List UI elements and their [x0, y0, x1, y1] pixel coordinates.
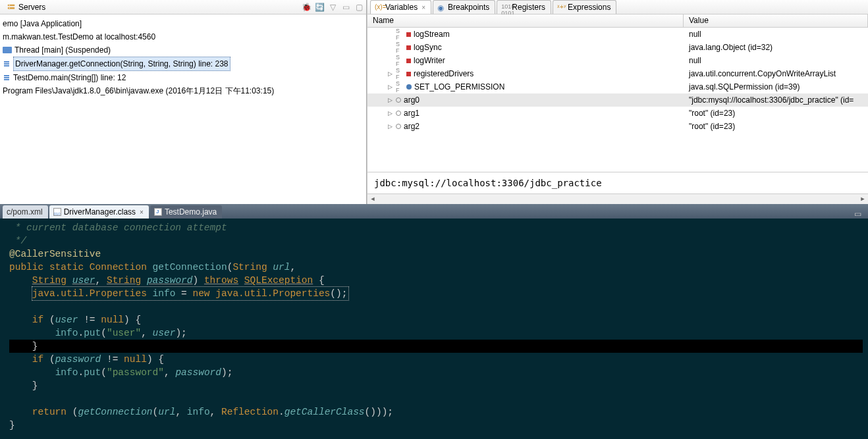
minimize-icon[interactable]: ▭	[341, 3, 350, 12]
close-icon[interactable]: ×	[421, 4, 425, 11]
thread-node[interactable]: Thread [main] (Suspended)	[0, 43, 366, 57]
variable-name: SET_LOG_PERMISSION	[414, 82, 504, 91]
static-field-icon: SF	[396, 28, 404, 41]
horizontal-scrollbar[interactable]: ◄ ►	[367, 194, 868, 204]
field-icon	[406, 45, 411, 50]
target-node[interactable]: m.makwan.test.TestDemo at localhost:4560	[0, 30, 366, 43]
variable-name: logWriter	[414, 56, 445, 65]
tab-expressions[interactable]: ᵡ+ʸ Expressions	[553, 0, 616, 14]
expressions-icon: ᵡ+ʸ	[557, 3, 565, 11]
menu-dropdown-icon[interactable]: ▽	[328, 3, 337, 12]
javafile-icon	[154, 208, 162, 216]
variable-row[interactable]: ▷ arg0"jdbc:mysql://localhost:3306/jdbc_…	[367, 93, 868, 107]
static-field-icon: SF	[396, 67, 404, 80]
scroll-right-icon[interactable]: ►	[857, 194, 868, 203]
field-icon	[406, 59, 411, 63]
servers-icon	[7, 3, 16, 12]
variable-row[interactable]: SF logWriternull	[367, 54, 868, 67]
maximize-icon[interactable]: ▢	[354, 3, 364, 12]
col-header-value[interactable]: Value	[684, 14, 868, 27]
col-header-name[interactable]: Name	[367, 14, 684, 27]
svg-rect-1	[8, 7, 15, 9]
variable-value: "root" (id=23)	[684, 122, 868, 131]
close-icon[interactable]: ×	[140, 209, 144, 216]
editor-minimize-icon[interactable]: ▭	[850, 209, 865, 219]
tab-variables[interactable]: (x)= Variables ×	[370, 0, 431, 14]
debug-views-tabbar: (x)= Variables × ◉ Breakpoints 10100101 …	[367, 0, 868, 14]
variable-value: null	[684, 56, 868, 65]
variables-pane: (x)= Variables × ◉ Breakpoints 10100101 …	[367, 0, 868, 204]
svg-point-3	[9, 7, 10, 8]
variable-detail[interactable]: jdbc:mysql://localhost:3306/jdbc_practic…	[367, 172, 868, 194]
profile-icon[interactable]: 🐞	[302, 3, 311, 12]
variable-name: registeredDrivers	[414, 69, 474, 78]
stackframe-icon	[3, 61, 11, 67]
source-editor[interactable]: * current database connection attempt */…	[0, 219, 868, 439]
expand-icon[interactable]: ▷	[387, 124, 393, 130]
svg-rect-0	[8, 4, 15, 6]
servers-pane: Servers 🐞 🔄 ▽ ▭ ▢ emo [Java Application]…	[0, 0, 367, 204]
object-icon	[406, 84, 412, 90]
tab-breakpoints[interactable]: ◉ Breakpoints	[433, 0, 495, 14]
variable-value: java.sql.SQLPermission (id=39)	[684, 82, 868, 91]
thread-icon	[3, 47, 12, 53]
variable-name: arg1	[404, 109, 420, 118]
stack-frame[interactable]: TestDemo.main(String[]) line: 12	[0, 71, 366, 84]
local-var-icon	[396, 111, 401, 116]
editor-tab-testdemo[interactable]: TestDemo.java	[150, 205, 222, 219]
editor-tab-drivermanager[interactable]: DriverManager.class ×	[49, 205, 149, 219]
svg-point-2	[9, 5, 10, 5]
editor-tab-pom[interactable]: c/pom.xml	[3, 205, 48, 219]
variable-row[interactable]: ▷ arg2"root" (id=23)	[367, 120, 868, 133]
publish-icon[interactable]: 🔄	[315, 3, 324, 12]
process-node[interactable]: Program Files\Java\jdk1.8.0_66\bin\javaw…	[0, 84, 366, 97]
debug-stack-tree[interactable]: emo [Java Application] m.makwan.test.Tes…	[0, 14, 366, 97]
variable-row[interactable]: ▷SF registeredDriversjava.util.concurren…	[367, 67, 868, 80]
variable-value: "root" (id=23)	[684, 109, 868, 118]
editor-area: c/pom.xml DriverManager.class × TestDemo…	[0, 204, 868, 439]
expand-icon[interactable]: ▷	[387, 97, 393, 103]
editor-tabbar: c/pom.xml DriverManager.class × TestDemo…	[0, 204, 868, 219]
field-icon	[406, 72, 411, 76]
field-icon	[406, 32, 411, 37]
classfile-icon	[53, 208, 61, 216]
breakpoints-icon: ◉	[437, 3, 445, 11]
static-field-icon: SF	[396, 80, 404, 93]
variable-name: arg2	[404, 122, 420, 131]
variable-name: logSync	[414, 43, 442, 52]
variable-name: arg0	[404, 95, 420, 105]
expand-icon[interactable]: ▷	[387, 84, 393, 90]
local-var-icon	[396, 124, 401, 129]
variable-value: java.lang.Object (id=32)	[684, 43, 868, 52]
servers-header: Servers 🐞 🔄 ▽ ▭ ▢	[0, 0, 366, 14]
expand-icon[interactable]: ▷	[387, 71, 393, 77]
servers-tab[interactable]: Servers	[3, 1, 49, 13]
registers-icon: 10100101	[501, 3, 509, 11]
variable-value: "jdbc:mysql://localhost:3306/jdbc_practi…	[684, 95, 868, 105]
variable-row[interactable]: SF logStreamnull	[367, 28, 868, 41]
expand-icon[interactable]: ▷	[387, 111, 393, 116]
local-var-icon	[396, 97, 401, 103]
variables-icon: (x)=	[375, 3, 383, 11]
variables-header: Name Value	[367, 14, 868, 28]
variable-row[interactable]: ▷ arg1"root" (id=23)	[367, 107, 868, 120]
variable-value: null	[684, 30, 868, 39]
stack-frame[interactable]: DriverManager.getConnection(String, Stri…	[0, 57, 366, 71]
variable-value: java.util.concurrent.CopyOnWriteArrayLis…	[684, 69, 868, 78]
servers-title: Servers	[18, 3, 45, 12]
launch-node[interactable]: emo [Java Application]	[0, 17, 366, 30]
scroll-left-icon[interactable]: ◄	[367, 194, 378, 203]
stackframe-icon	[3, 74, 11, 81]
variables-table: Name Value SF logStreamnullSF logSyncjav…	[367, 14, 868, 172]
variable-name: logStream	[414, 30, 450, 39]
variable-row[interactable]: ▷SF SET_LOG_PERMISSIONjava.sql.SQLPermis…	[367, 80, 868, 93]
static-field-icon: SF	[396, 41, 404, 54]
tab-registers[interactable]: 10100101 Registers	[497, 0, 551, 14]
static-field-icon: SF	[396, 54, 404, 67]
variable-row[interactable]: SF logSyncjava.lang.Object (id=32)	[367, 41, 868, 54]
